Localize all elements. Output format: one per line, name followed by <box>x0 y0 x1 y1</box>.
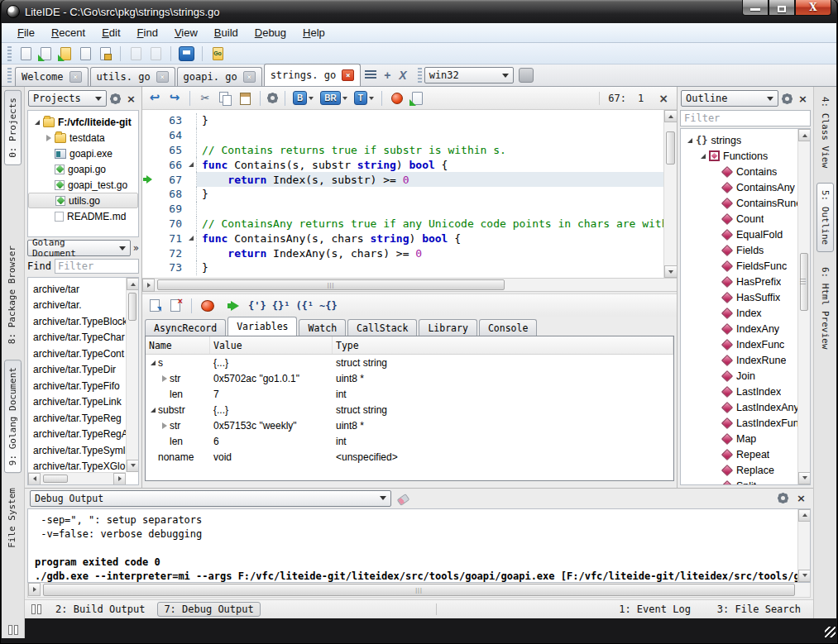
code-line[interactable]: 72 return IndexAny(s, chars) >= 0 <box>142 246 663 260</box>
list-item[interactable]: archive/tar.TypeCont <box>33 346 126 362</box>
panel-gear-icon[interactable] <box>778 494 788 503</box>
outline-item[interactable]: Repeat <box>681 446 797 462</box>
list-item[interactable]: archive/tar.TypeDir <box>33 362 126 379</box>
statusbar-1-event-log[interactable]: 1: Event Log <box>613 603 697 616</box>
outline-item[interactable]: Index <box>681 305 797 321</box>
outline-item[interactable]: FieldsFunc <box>681 258 797 274</box>
table-row[interactable]: str0x5702ac "go1.0.1"uint8 * <box>146 370 673 386</box>
outline-item[interactable]: IndexAny <box>681 321 797 336</box>
outline-item[interactable]: Fields <box>681 242 797 258</box>
table-row[interactable]: substr{...}struct string <box>146 402 673 417</box>
list-item[interactable]: archive/tar.TypeSymlink <box>33 442 126 459</box>
debug-output-console[interactable]: -sep=", ": setup separators -v=false: ve… <box>27 508 811 583</box>
column-header-name[interactable]: Name <box>146 336 210 354</box>
side-tab-5-outline[interactable]: 5: Outline <box>816 183 834 252</box>
expander-open-icon[interactable] <box>147 360 158 365</box>
split-add-icon[interactable]: + <box>380 69 395 82</box>
side-tab-0-projects[interactable]: 0: Projects <box>4 90 22 165</box>
tab-close-icon[interactable]: × <box>69 71 82 83</box>
expander-open-icon[interactable] <box>684 138 695 143</box>
menu-help[interactable]: Help <box>295 25 333 41</box>
outline-item[interactable]: ContainsRune <box>681 195 797 211</box>
load-session-icon[interactable] <box>147 298 162 313</box>
tabbar-grip[interactable] <box>7 68 12 83</box>
expander-icon[interactable]: » <box>133 242 139 254</box>
debug-tab-asyncrecord[interactable]: AsyncRecord <box>145 319 226 336</box>
code-line[interactable]: 66func Contains(s, substr string) bool { <box>142 157 663 172</box>
open-folder-icon[interactable] <box>58 46 73 61</box>
tab-close-icon[interactable]: × <box>243 71 256 83</box>
tab-close-icon[interactable]: × <box>342 69 354 81</box>
godoc-icon[interactable]: Go <box>210 46 225 61</box>
column-header-type[interactable]: Type <box>333 336 673 354</box>
outline-item[interactable]: ContainsAny <box>681 179 797 195</box>
outline-item[interactable]: IndexRune <box>681 352 797 368</box>
tree-item[interactable]: goapi.go <box>28 161 138 177</box>
tree-item[interactable]: utils.go <box>28 193 138 208</box>
close-button[interactable]: X <box>795 0 831 16</box>
package-list-vscrollbar[interactable] <box>126 278 138 472</box>
output-hscrollbar[interactable]: ||| <box>27 583 811 598</box>
table-row[interactable]: nonamevoid<unspecified> <box>146 449 673 465</box>
panel-close-icon[interactable]: × <box>124 93 138 105</box>
tab-list-icon[interactable] <box>365 70 376 80</box>
paste-icon[interactable] <box>237 91 252 106</box>
menu-edit[interactable]: Edit <box>94 25 127 41</box>
document-tab-3[interactable]: goapi. go× <box>177 67 262 86</box>
step-into-icon[interactable]: {}¹ <box>272 300 290 312</box>
statusbar-7-debug-output[interactable]: 7: Debug Output <box>157 602 260 617</box>
code-line[interactable]: 73} <box>142 260 663 275</box>
expander-closed-icon[interactable] <box>43 135 54 141</box>
new-file-icon[interactable] <box>18 46 33 61</box>
code-line[interactable]: 67 return Index(s, substr) >= 0 <box>142 172 663 187</box>
side-tab-4-class-view[interactable]: 4: Class View <box>817 90 833 174</box>
code-line[interactable]: 63} <box>142 113 663 128</box>
outline-view-combo[interactable]: Outline <box>681 90 778 107</box>
side-tab-8-package-browser[interactable]: 8: Package Browser <box>4 239 22 351</box>
code-line[interactable]: 65// Contains returns true if substr is … <box>142 143 663 158</box>
close-all-icon[interactable]: X <box>395 69 410 82</box>
copy-icon[interactable] <box>218 91 232 106</box>
debug-record-icon[interactable] <box>390 91 405 106</box>
build-t-button[interactable]: T <box>354 91 374 105</box>
doc-view-combo[interactable]: Golang Document <box>27 240 131 256</box>
fold-marker-icon[interactable] <box>185 231 197 246</box>
run-to-line-icon[interactable]: ~{} <box>319 300 338 312</box>
table-row[interactable]: len7int <box>146 386 673 402</box>
outline-item[interactable]: Join <box>681 368 797 384</box>
list-item[interactable]: archive/tar.TypeXGlobal <box>33 459 126 472</box>
code-editor[interactable]: 63}6465// Contains returns true if subst… <box>142 110 677 279</box>
panel-gear-icon[interactable] <box>783 94 792 103</box>
outline-item[interactable]: Map <box>681 431 797 446</box>
output-view-combo[interactable]: Debug Output <box>30 490 391 507</box>
debug-tab-variables[interactable]: Variables <box>227 317 297 336</box>
toolbar-grip[interactable] <box>7 46 12 61</box>
outline-item[interactable]: HasSuffix <box>681 289 797 305</box>
cut-icon[interactable]: ✂ <box>198 91 213 106</box>
menu-recent[interactable]: Recent <box>44 25 93 41</box>
outline-item[interactable]: Replace <box>681 462 797 478</box>
tree-item[interactable]: testdata <box>28 130 138 145</box>
document-tab-1[interactable]: Welcome× <box>15 67 89 86</box>
debug-tab-watch[interactable]: Watch <box>299 319 346 336</box>
maximize-button[interactable] <box>769 0 795 16</box>
save-session-icon[interactable] <box>168 298 183 313</box>
list-item[interactable]: archive/tar.TypeBlock <box>33 313 126 330</box>
expander-open-icon[interactable] <box>31 120 42 125</box>
statusbar-2-build-output[interactable]: 2: Build Output <box>50 603 151 616</box>
expander-open-icon[interactable] <box>697 154 708 159</box>
resize-grip[interactable] <box>825 627 836 637</box>
sidebar-view-combo[interactable]: Projects <box>28 90 107 107</box>
side-tab-9-golang-document[interactable]: 9: Golang Document <box>4 360 22 473</box>
code-line[interactable]: 68} <box>142 187 663 202</box>
expander-open-icon[interactable] <box>147 408 158 413</box>
table-row[interactable]: str0x57153c "weekly"uint8 * <box>146 417 673 433</box>
fold-marker-icon[interactable] <box>185 157 197 172</box>
open-file-icon[interactable] <box>38 46 53 61</box>
debug-tab-console[interactable]: Console <box>479 319 537 336</box>
document-tab-4[interactable]: strings. go× <box>264 64 361 86</box>
build-config-icon[interactable] <box>268 93 277 103</box>
column-header-value[interactable]: Value <box>210 336 333 354</box>
outline-item[interactable]: Split <box>681 478 797 484</box>
outline-item[interactable]: EqualFold <box>681 227 797 242</box>
